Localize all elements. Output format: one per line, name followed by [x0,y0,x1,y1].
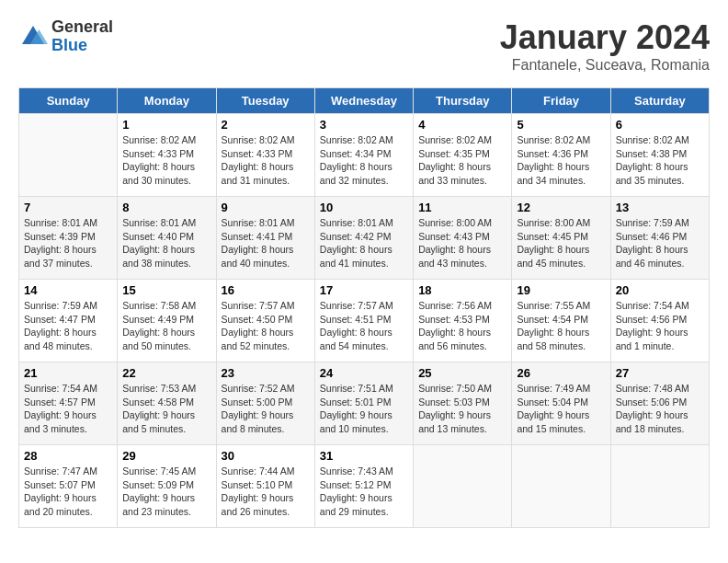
calendar-cell: 18Sunrise: 7:56 AM Sunset: 4:53 PM Dayli… [414,280,512,362]
calendar-cell: 13Sunrise: 7:59 AM Sunset: 4:46 PM Dayli… [610,197,709,280]
calendar-cell: 7Sunrise: 8:01 AM Sunset: 4:39 PM Daylig… [19,197,118,280]
day-number: 20 [616,283,704,297]
calendar-cell [512,445,610,528]
calendar-cell: 1Sunrise: 8:02 AM Sunset: 4:33 PM Daylig… [118,114,216,197]
calendar-cell: 25Sunrise: 7:50 AM Sunset: 5:03 PM Dayli… [414,362,512,445]
day-number: 25 [418,366,506,380]
day-number: 16 [222,283,310,297]
day-number: 9 [222,201,310,214]
day-info: Sunrise: 7:57 AM Sunset: 4:51 PM Dayligh… [320,299,408,353]
calendar-cell: 5Sunrise: 8:02 AM Sunset: 4:36 PM Daylig… [512,114,610,197]
day-header-tuesday: Tuesday [216,88,314,114]
day-header-thursday: Thursday [414,88,512,114]
calendar-cell: 9Sunrise: 8:01 AM Sunset: 4:41 PM Daylig… [216,197,314,280]
day-info: Sunrise: 8:00 AM Sunset: 4:43 PM Dayligh… [418,216,506,270]
day-number: 13 [616,201,704,214]
week-row-4: 21Sunrise: 7:54 AM Sunset: 4:57 PM Dayli… [19,362,710,445]
calendar-cell: 16Sunrise: 7:57 AM Sunset: 4:50 PM Dayli… [216,280,314,362]
day-info: Sunrise: 7:56 AM Sunset: 4:53 PM Dayligh… [418,299,506,353]
logo-general-text: General [51,18,113,37]
calendar-cell: 8Sunrise: 8:01 AM Sunset: 4:40 PM Daylig… [118,197,216,280]
day-info: Sunrise: 8:01 AM Sunset: 4:41 PM Dayligh… [222,216,310,270]
day-info: Sunrise: 7:44 AM Sunset: 5:10 PM Dayligh… [222,465,310,519]
calendar-cell [610,445,709,528]
day-number: 24 [320,366,408,380]
day-info: Sunrise: 7:57 AM Sunset: 4:50 PM Dayligh… [222,299,310,353]
calendar-cell: 26Sunrise: 7:49 AM Sunset: 5:04 PM Dayli… [512,362,610,445]
day-number: 2 [222,118,310,132]
day-info: Sunrise: 7:45 AM Sunset: 5:09 PM Dayligh… [122,465,210,519]
day-info: Sunrise: 7:50 AM Sunset: 5:03 PM Dayligh… [418,382,506,436]
logo-text: General Blue [51,18,113,55]
logo-icon [18,22,48,52]
calendar-cell: 10Sunrise: 8:01 AM Sunset: 4:42 PM Dayli… [314,197,413,280]
day-info: Sunrise: 7:52 AM Sunset: 5:00 PM Dayligh… [222,382,310,436]
day-info: Sunrise: 7:54 AM Sunset: 4:56 PM Dayligh… [616,299,704,353]
day-number: 4 [418,118,506,132]
calendar-cell: 24Sunrise: 7:51 AM Sunset: 5:01 PM Dayli… [314,362,413,445]
calendar-cell: 11Sunrise: 8:00 AM Sunset: 4:43 PM Dayli… [414,197,512,280]
day-number: 30 [222,449,310,463]
location: Fantanele, Suceava, Romania [500,57,710,74]
day-number: 28 [24,449,112,463]
day-number: 7 [24,201,112,214]
week-row-3: 14Sunrise: 7:59 AM Sunset: 4:47 PM Dayli… [19,280,710,362]
day-info: Sunrise: 7:43 AM Sunset: 5:12 PM Dayligh… [320,465,408,519]
day-info: Sunrise: 8:02 AM Sunset: 4:35 PM Dayligh… [418,133,506,188]
day-number: 17 [320,283,408,297]
calendar-cell: 15Sunrise: 7:58 AM Sunset: 4:49 PM Dayli… [118,280,216,362]
day-number: 18 [418,283,506,297]
day-number: 1 [122,118,210,132]
day-number: 19 [517,283,605,297]
day-info: Sunrise: 7:49 AM Sunset: 5:04 PM Dayligh… [517,382,605,436]
day-header-wednesday: Wednesday [314,88,413,114]
calendar-body: 1Sunrise: 8:02 AM Sunset: 4:33 PM Daylig… [19,114,710,528]
day-info: Sunrise: 7:55 AM Sunset: 4:54 PM Dayligh… [517,299,605,353]
day-info: Sunrise: 8:02 AM Sunset: 4:34 PM Dayligh… [320,133,408,188]
calendar-cell: 29Sunrise: 7:45 AM Sunset: 5:09 PM Dayli… [118,445,216,528]
day-number: 27 [616,366,704,380]
day-number: 21 [24,366,112,380]
day-number: 12 [517,201,605,214]
week-row-2: 7Sunrise: 8:01 AM Sunset: 4:39 PM Daylig… [19,197,710,280]
day-info: Sunrise: 8:01 AM Sunset: 4:40 PM Dayligh… [122,216,210,270]
day-number: 15 [122,283,210,297]
calendar-cell: 6Sunrise: 8:02 AM Sunset: 4:38 PM Daylig… [610,114,709,197]
day-number: 26 [517,366,605,380]
calendar-cell: 22Sunrise: 7:53 AM Sunset: 4:58 PM Dayli… [118,362,216,445]
calendar-cell: 30Sunrise: 7:44 AM Sunset: 5:10 PM Dayli… [216,445,314,528]
logo-blue-text: Blue [51,37,113,55]
day-info: Sunrise: 8:02 AM Sunset: 4:38 PM Dayligh… [616,133,704,188]
day-number: 6 [616,118,704,132]
day-info: Sunrise: 8:01 AM Sunset: 4:42 PM Dayligh… [320,216,408,270]
calendar-cell: 2Sunrise: 8:02 AM Sunset: 4:33 PM Daylig… [216,114,314,197]
calendar-cell: 17Sunrise: 7:57 AM Sunset: 4:51 PM Dayli… [314,280,413,362]
day-info: Sunrise: 7:54 AM Sunset: 4:57 PM Dayligh… [24,382,112,436]
day-info: Sunrise: 7:58 AM Sunset: 4:49 PM Dayligh… [122,299,210,353]
calendar-cell: 31Sunrise: 7:43 AM Sunset: 5:12 PM Dayli… [314,445,413,528]
day-info: Sunrise: 7:59 AM Sunset: 4:46 PM Dayligh… [616,216,704,270]
day-number: 22 [122,366,210,380]
calendar-table: SundayMondayTuesdayWednesdayThursdayFrid… [18,87,710,528]
calendar-cell: 4Sunrise: 8:02 AM Sunset: 4:35 PM Daylig… [414,114,512,197]
days-header-row: SundayMondayTuesdayWednesdayThursdayFrid… [19,88,710,114]
calendar-cell: 14Sunrise: 7:59 AM Sunset: 4:47 PM Dayli… [19,280,118,362]
logo: General Blue [18,18,113,55]
day-header-sunday: Sunday [19,88,118,114]
calendar-cell: 21Sunrise: 7:54 AM Sunset: 4:57 PM Dayli… [19,362,118,445]
day-header-monday: Monday [118,88,216,114]
day-header-friday: Friday [512,88,610,114]
calendar-cell: 20Sunrise: 7:54 AM Sunset: 4:56 PM Dayli… [610,280,709,362]
calendar-cell: 19Sunrise: 7:55 AM Sunset: 4:54 PM Dayli… [512,280,610,362]
day-info: Sunrise: 8:00 AM Sunset: 4:45 PM Dayligh… [517,216,605,270]
day-info: Sunrise: 8:02 AM Sunset: 4:36 PM Dayligh… [517,133,605,188]
week-row-5: 28Sunrise: 7:47 AM Sunset: 5:07 PM Dayli… [19,445,710,528]
day-number: 8 [122,201,210,214]
calendar-cell: 12Sunrise: 8:00 AM Sunset: 4:45 PM Dayli… [512,197,610,280]
day-info: Sunrise: 8:02 AM Sunset: 4:33 PM Dayligh… [222,133,310,188]
calendar-cell: 23Sunrise: 7:52 AM Sunset: 5:00 PM Dayli… [216,362,314,445]
day-number: 29 [122,449,210,463]
calendar-cell [19,114,118,197]
day-number: 14 [24,283,112,297]
day-number: 3 [320,118,408,132]
